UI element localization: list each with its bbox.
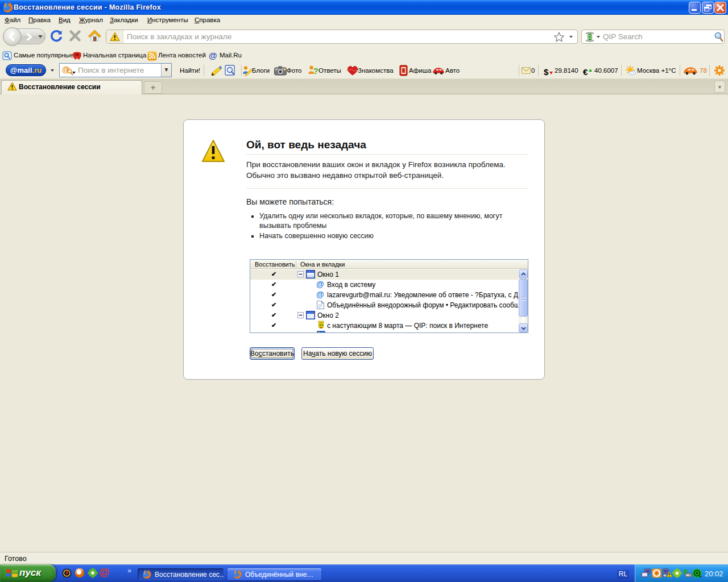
svg-text:?: ? [313, 66, 318, 76]
